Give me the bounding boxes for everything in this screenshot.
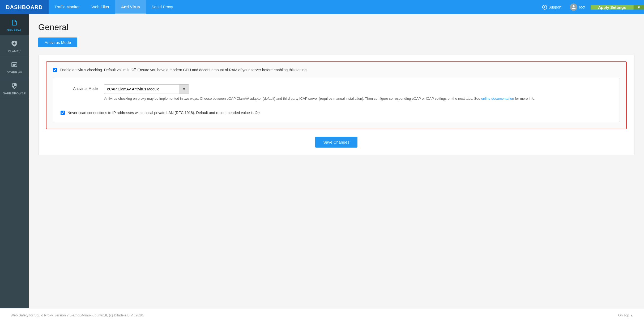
support-link[interactable]: i Support <box>539 5 565 10</box>
page-footer: Web Safety for Squid Proxy, version 7.5-… <box>0 308 644 322</box>
page-title: General <box>38 22 634 32</box>
sidebar: GENERAL CLAMAV OTHER AV SAFE BROWSE <box>0 14 29 308</box>
main-content: General Antivirus Mode Enable antivirus … <box>29 14 644 308</box>
on-top-link[interactable]: On Top ▲ <box>618 313 633 317</box>
save-button-container: Save Changes <box>46 136 627 148</box>
arrow-up-icon: ▲ <box>630 313 633 317</box>
antivirus-mode-field-control: eCAP ClamAV Antivirus Module ICAP Antivi… <box>104 84 612 102</box>
sidebar-item-general[interactable]: GENERAL <box>0 14 29 35</box>
clamav-icon <box>11 40 18 48</box>
other-av-icon <box>11 61 18 69</box>
main-layout: GENERAL CLAMAV OTHER AV SAFE BROWSE Gene… <box>0 14 644 308</box>
brand-logo: DASHBOARD <box>0 0 49 14</box>
enable-antivirus-checkbox[interactable] <box>53 68 57 72</box>
apply-settings-dropdown-button[interactable]: ▼ <box>633 5 644 10</box>
never-scan-checkbox[interactable] <box>61 111 65 115</box>
tab-web-filter[interactable]: Web Filter <box>86 0 115 14</box>
sidebar-item-clamav[interactable]: CLAMAV <box>0 35 29 56</box>
online-documentation-link[interactable]: online documentation <box>481 97 514 101</box>
never-scan-row: Never scan connections to IP addresses w… <box>61 106 612 116</box>
apply-settings-button[interactable]: Apply Settings <box>591 5 633 10</box>
never-scan-label[interactable]: Never scan connections to IP addresses w… <box>67 110 261 116</box>
antivirus-mode-select[interactable]: eCAP ClamAV Antivirus Module ICAP Antivi… <box>104 85 179 94</box>
antivirus-mode-field-row: Antivirus Mode eCAP ClamAV Antivirus Mod… <box>61 84 612 102</box>
sidebar-label-other-av: OTHER AV <box>7 71 22 74</box>
antivirus-mode-description: Antivirus checking on proxy may be imple… <box>104 96 612 102</box>
antivirus-mode-button[interactable]: Antivirus Mode <box>38 37 77 47</box>
nav-right: i Support root Apply Settings ▼ <box>539 3 644 11</box>
sidebar-item-other-av[interactable]: OTHER AV <box>0 56 29 77</box>
select-dropdown-icon: ▼ <box>179 84 189 94</box>
antivirus-mode-select-wrapper: eCAP ClamAV Antivirus Module ICAP Antivi… <box>104 84 189 94</box>
sidebar-label-safe-browse: SAFE BROWSE <box>3 92 26 95</box>
user-avatar <box>570 3 577 11</box>
apply-settings-group: Apply Settings ▼ <box>591 5 644 10</box>
sidebar-item-safe-browse[interactable]: SAFE BROWSE <box>0 77 29 98</box>
antivirus-mode-field-label: Antivirus Mode <box>61 84 98 91</box>
sidebar-label-general: GENERAL <box>7 29 22 32</box>
save-changes-button[interactable]: Save Changes <box>315 137 357 148</box>
sidebar-label-clamav: CLAMAV <box>8 50 20 53</box>
tab-traffic-monitor[interactable]: Traffic Monitor <box>49 0 86 14</box>
user-menu[interactable]: root <box>567 3 588 11</box>
general-icon <box>11 19 18 27</box>
info-icon: i <box>542 5 547 10</box>
enable-antivirus-label[interactable]: Enable antivirus checking. Default value… <box>60 67 308 73</box>
enable-antivirus-row: Enable antivirus checking. Default value… <box>53 67 620 73</box>
settings-section: Enable antivirus checking. Default value… <box>46 61 627 129</box>
footer-text: Web Safety for Squid Proxy, version 7.5-… <box>11 313 144 317</box>
nav-tabs: Traffic Monitor Web Filter Anti Virus Sq… <box>49 0 179 14</box>
inner-config-box: Antivirus Mode eCAP ClamAV Antivirus Mod… <box>53 78 620 122</box>
settings-card: Enable antivirus checking. Default value… <box>38 55 634 155</box>
top-navigation: DASHBOARD Traffic Monitor Web Filter Ant… <box>0 0 644 14</box>
safe-browse-icon <box>11 82 18 90</box>
tab-squid-proxy[interactable]: Squid Proxy <box>146 0 179 14</box>
tab-anti-virus[interactable]: Anti Virus <box>115 0 146 14</box>
